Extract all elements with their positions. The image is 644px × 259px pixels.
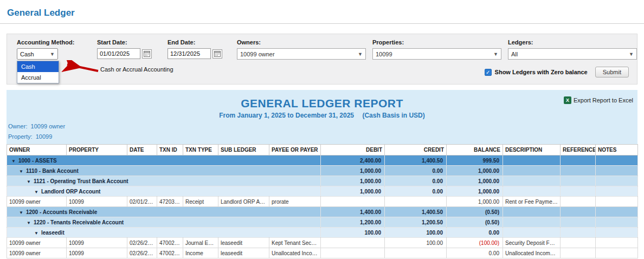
- report-area: X Export Report to Excel GENERAL LEDGER …: [7, 90, 637, 258]
- cell-credit: 0.00: [385, 166, 447, 176]
- table-row: 10099 owner1009902/26/202547002285Income…: [7, 248, 638, 258]
- cell-payee-or-payer: Unallocated Income: [269, 248, 321, 258]
- ledgers-label: Ledgers:: [508, 39, 637, 46]
- cell-balance: 1,000.00: [447, 197, 503, 207]
- chevron-down-icon: ▼: [493, 51, 498, 57]
- cell-credit: 100.00: [385, 228, 447, 238]
- collapse-triangle-icon[interactable]: ▼: [34, 190, 38, 195]
- table-row: ▼1121 - Operating Trust Bank Account1,00…: [7, 176, 638, 186]
- accounting-method-group: Accounting Method: Cash ▼ Cash Accrual: [17, 39, 74, 60]
- cell-balance: 1,000.00: [447, 176, 503, 186]
- dropdown-option-accrual[interactable]: Accrual: [17, 72, 59, 83]
- zero-balance-checkbox[interactable]: ✓: [485, 69, 492, 76]
- cell-credit: 1,400.50: [385, 207, 447, 217]
- column-header-owner: OWNER: [7, 145, 67, 156]
- submit-button[interactable]: Submit: [595, 67, 629, 77]
- column-header-property: PROPERTY: [67, 145, 127, 156]
- group-label-cell: ▼1200 - Accounts Receivable: [7, 207, 321, 217]
- cell-txn-type: Journal Entry: [183, 238, 218, 248]
- accounting-method-select[interactable]: Cash ▼: [17, 48, 58, 60]
- owners-select[interactable]: 10099 owner ▼: [237, 48, 366, 60]
- cell-owner: 10099 owner: [7, 238, 67, 248]
- cell-description: [503, 217, 561, 228]
- cell-description: [503, 166, 561, 176]
- group-label: 1110 - Bank Account: [26, 168, 79, 174]
- export-to-excel-link[interactable]: X Export Report to Excel: [564, 96, 633, 104]
- cell-notes: [596, 186, 638, 197]
- start-date-input[interactable]: [97, 48, 140, 59]
- start-date-group: Start Date:: [97, 39, 152, 59]
- cell-debit: 1,000.00: [321, 186, 385, 197]
- cell-credit: 0.00: [385, 186, 447, 197]
- cell-date: 02/26/2025: [127, 248, 157, 258]
- cell-notes: [596, 166, 638, 176]
- collapse-triangle-icon[interactable]: ▼: [34, 231, 38, 236]
- cell-notes: [596, 197, 638, 207]
- cell-sub-ledger: leaseedit: [218, 248, 269, 258]
- collapse-triangle-icon[interactable]: ▼: [19, 169, 23, 174]
- column-header-reference: REFERENCE: [561, 145, 596, 156]
- cell-date: 02/01/2025: [127, 197, 157, 207]
- cell-balance: 0.00: [447, 228, 503, 238]
- cell-owner: 10099 owner: [7, 197, 67, 207]
- dropdown-option-cash[interactable]: Cash: [17, 61, 59, 72]
- cell-reference: [561, 228, 596, 238]
- report-subtitle: From January 1, 2025 to December 31, 202…: [7, 112, 637, 119]
- group-label: 1200 - Accounts Receivable: [26, 209, 97, 215]
- cell-debit: 1,000.00: [321, 166, 385, 176]
- chevron-down-icon: ▼: [629, 51, 634, 57]
- cell-date: 02/26/2025: [127, 238, 157, 248]
- cell-sub-ledger: Landlord ORP Account: [218, 197, 269, 207]
- cell-description: Rent or Fee Payment ...: [503, 197, 561, 207]
- zero-balance-label: Show Ledgers with Zero balance: [495, 69, 588, 75]
- cell-owner: 10099 owner: [7, 248, 67, 258]
- cell-balance: 0.00: [447, 248, 503, 258]
- cell-notes: [596, 207, 638, 217]
- cell-credit: [385, 197, 447, 207]
- collapse-triangle-icon[interactable]: ▼: [11, 159, 16, 164]
- table-row: ▼leaseedit100.00100.000.00: [7, 228, 638, 238]
- cell-balance: 1,000.00: [447, 186, 503, 197]
- collapse-triangle-icon[interactable]: ▼: [27, 179, 31, 184]
- cell-sub-ledger: leaseedit: [218, 238, 269, 248]
- table-row: ▼1200 - Accounts Receivable1,400.001,400…: [7, 207, 638, 217]
- calendar-icon[interactable]: [212, 49, 222, 59]
- group-label: 1000 - ASSETS: [18, 158, 57, 164]
- report-title: GENERAL LEDGER REPORT: [7, 97, 637, 110]
- cell-description: Security Deposit Forf...: [503, 238, 561, 248]
- collapse-triangle-icon[interactable]: ▼: [27, 221, 31, 225]
- cell-reference: [561, 238, 596, 248]
- properties-value: 10099: [376, 51, 392, 57]
- calendar-icon[interactable]: [142, 49, 152, 59]
- cell-description: Unallocated Income a...: [503, 248, 561, 258]
- cell-reference: [561, 207, 596, 217]
- cell-reference: [561, 197, 596, 207]
- end-date-input[interactable]: [168, 48, 211, 59]
- group-label: 1121 - Operating Trust Bank Account: [34, 178, 128, 184]
- collapse-triangle-icon[interactable]: ▼: [19, 210, 23, 215]
- cell-txn-type: Income: [183, 248, 218, 258]
- properties-select[interactable]: 10099 ▼: [372, 48, 501, 60]
- accounting-method-value: Cash: [20, 51, 34, 57]
- property-value: 10099: [36, 133, 53, 140]
- column-header-description: DESCRIPTION: [503, 145, 561, 156]
- column-header-balance: BALANCE: [447, 145, 503, 156]
- ledgers-select[interactable]: All ▼: [508, 48, 637, 60]
- group-label-cell: ▼1000 - ASSETS: [7, 156, 321, 166]
- cell-reference: [561, 186, 596, 197]
- cell-credit: 1,200.50: [385, 217, 447, 228]
- column-header-payee-or-payer: PAYEE OR PAYER: [269, 145, 321, 156]
- report-basis: (Cash Basis in USD): [362, 112, 424, 119]
- group-label: Landlord ORP Account: [41, 189, 100, 195]
- end-date-label: End Date:: [168, 39, 222, 46]
- table-row: 10099 owner1009902/01/202547203646Receip…: [7, 197, 638, 207]
- properties-label: Properties:: [372, 39, 501, 46]
- cell-reference: [561, 176, 596, 186]
- page-title: General Ledger: [0, 0, 644, 18]
- group-label: 1220 - Tenants Receivable Account: [34, 219, 124, 225]
- report-date-range: From January 1, 2025 to December 31, 202…: [219, 112, 354, 119]
- cell-debit: 2,400.00: [321, 156, 385, 166]
- chevron-down-icon: ▼: [358, 51, 363, 57]
- export-label: Export Report to Excel: [574, 97, 633, 103]
- owner-label: Owner:: [8, 123, 27, 130]
